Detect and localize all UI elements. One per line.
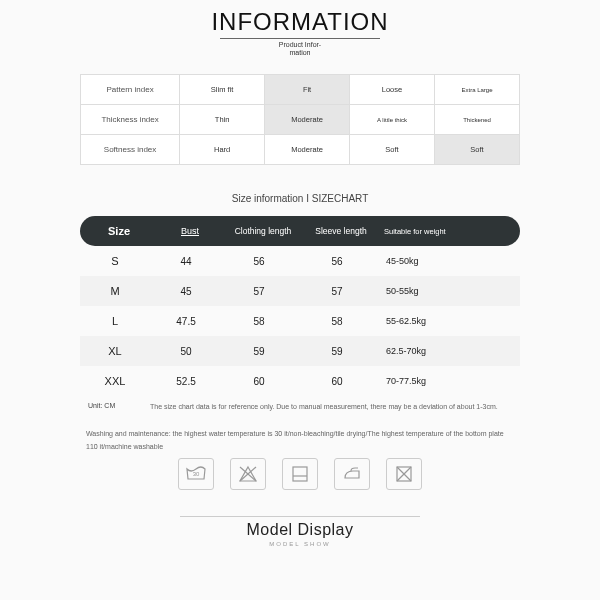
size-cell: 59 <box>296 346 378 357</box>
iron-icon <box>334 458 370 490</box>
attr-option: Moderate <box>265 135 350 165</box>
attr-option: A little thick <box>350 105 435 135</box>
tumble-dry-icon <box>282 458 318 490</box>
size-chart-header: Size Bust Clothing length Sleeve length … <box>80 216 520 246</box>
size-row: XL 50 59 59 62.5-70kg <box>80 336 520 366</box>
unit-note: The size chart data is for reference onl… <box>150 402 520 411</box>
care-icon-row: 30 <box>80 458 520 490</box>
attr-option-selected: Soft <box>434 135 519 165</box>
size-cell: 58 <box>296 316 378 327</box>
unit-label: Unit: CM <box>80 402 150 411</box>
size-cell: 45-50kg <box>378 256 520 266</box>
care-note: Washing and maintenance: the highest wat… <box>80 429 520 438</box>
size-cell: 70-77.5kg <box>378 376 520 386</box>
subtitle-l1: Product Infor- <box>279 41 321 48</box>
size-cell: S <box>80 255 150 267</box>
attr-option-selected: Moderate <box>265 105 350 135</box>
size-cell: XL <box>80 345 150 357</box>
attr-option: Slim fit <box>180 75 265 105</box>
model-block: Model Display MODEL SHOW <box>40 516 560 547</box>
attr-option: Hard <box>180 135 265 165</box>
attr-option: Thin <box>180 105 265 135</box>
attr-label: Thickness index <box>81 105 180 135</box>
attr-option: Soft <box>350 135 435 165</box>
attr-label: Softness index <box>81 135 180 165</box>
size-cell: 56 <box>296 256 378 267</box>
no-bleach-icon <box>230 458 266 490</box>
size-col-sleeve: Sleeve length <box>300 226 382 236</box>
size-cell: 59 <box>222 346 296 357</box>
size-row: M 45 57 57 50-55kg <box>80 276 520 306</box>
size-cell: M <box>80 285 150 297</box>
attr-label: Pattern index <box>81 75 180 105</box>
size-cell: 60 <box>222 376 296 387</box>
attr-row-thickness: Thickness index Thin Moderate A little t… <box>81 105 520 135</box>
subtitle-l2: mation <box>289 49 310 56</box>
size-cell: 60 <box>296 376 378 387</box>
title-rule <box>220 38 380 39</box>
page-subtitle: Product Infor- mation <box>40 41 560 56</box>
model-title: Model Display <box>40 521 560 539</box>
size-row: XXL 52.5 60 60 70-77.5kg <box>80 366 520 396</box>
svg-text:30: 30 <box>193 471 200 477</box>
size-cell: 58 <box>222 316 296 327</box>
size-col-size: Size <box>84 225 154 237</box>
care-subnote: 110 it/machine washable <box>80 443 520 450</box>
no-dryclean-icon <box>386 458 422 490</box>
size-col-length: Clothing length <box>226 227 300 236</box>
attribute-table: Pattern index Slim fit Fit Loose Extra L… <box>80 74 520 165</box>
attr-option: Extra Large <box>434 75 519 105</box>
size-cell: L <box>80 315 150 327</box>
header-block: INFORMATION Product Infor- mation <box>40 8 560 56</box>
svg-rect-3 <box>293 467 307 481</box>
size-cell: 45 <box>150 286 222 297</box>
size-cell: XXL <box>80 375 150 387</box>
size-col-bust: Bust <box>154 226 226 236</box>
size-cell: 56 <box>222 256 296 267</box>
size-cell: 44 <box>150 256 222 267</box>
unit-row: Unit: CM The size chart data is for refe… <box>80 402 520 411</box>
size-section-title: Size information I SIZECHART <box>40 193 560 204</box>
model-rule <box>180 516 420 517</box>
attr-row-softness: Softness index Hard Moderate Soft Soft <box>81 135 520 165</box>
size-col-weight: Suitable for weight <box>382 227 516 236</box>
page-title: INFORMATION <box>40 8 560 36</box>
size-row: L 47.5 58 58 55-62.5kg <box>80 306 520 336</box>
size-cell: 55-62.5kg <box>378 316 520 326</box>
attr-row-pattern: Pattern index Slim fit Fit Loose Extra L… <box>81 75 520 105</box>
size-chart: Size Bust Clothing length Sleeve length … <box>80 216 520 396</box>
size-cell: 47.5 <box>150 316 222 327</box>
size-cell: 57 <box>296 286 378 297</box>
size-row: S 44 56 56 45-50kg <box>80 246 520 276</box>
size-cell: 50 <box>150 346 222 357</box>
size-cell: 62.5-70kg <box>378 346 520 356</box>
model-subtitle: MODEL SHOW <box>40 541 560 547</box>
size-cell: 52.5 <box>150 376 222 387</box>
wash-30-icon: 30 <box>178 458 214 490</box>
attr-option: Loose <box>350 75 435 105</box>
attr-option: Thickened <box>434 105 519 135</box>
size-cell: 57 <box>222 286 296 297</box>
attr-option-selected: Fit <box>265 75 350 105</box>
size-cell: 50-55kg <box>378 286 520 296</box>
